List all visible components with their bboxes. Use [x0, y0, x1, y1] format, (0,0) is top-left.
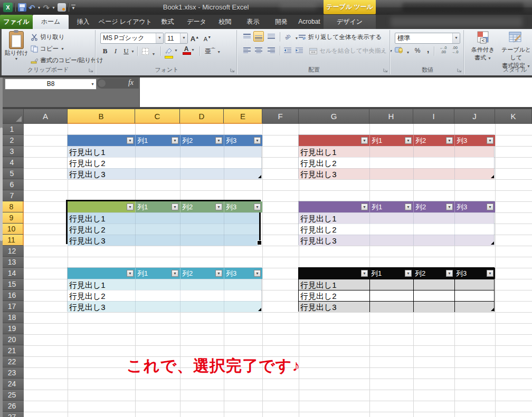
phonetic-dropdown-icon[interactable]: ▼ [217, 50, 221, 54]
row-header-2[interactable]: 2 [0, 135, 24, 146]
table-resize-handle[interactable] [491, 241, 494, 245]
excel-table-blue[interactable]: ▼列1▼列2▼列3▼行見出し1行見出し2行見出し3 [67, 134, 262, 179]
column-header-J[interactable]: J [454, 109, 495, 124]
tab-開発[interactable]: 開発 [267, 15, 296, 29]
conditional-formatting-button[interactable]: 条件付き 書式 ▼ [468, 31, 498, 68]
column-header-I[interactable]: I [413, 109, 454, 124]
filter-dropdown-icon[interactable]: ▼ [405, 137, 412, 144]
filter-dropdown-icon[interactable]: ▼ [405, 270, 412, 277]
excel-table-olive-selected[interactable]: ▼列1▼列2▼列3▼行見出し1行見出し2行見出し3 [66, 200, 261, 244]
align-left-button[interactable] [242, 46, 252, 55]
row-header-9[interactable]: 9 [0, 212, 24, 224]
row-header-24[interactable]: 24 [0, 379, 24, 390]
borders-dropdown-icon[interactable]: ▼ [151, 52, 155, 56]
insert-function-icon[interactable]: fx [128, 79, 134, 87]
print-preview-icon[interactable] [58, 3, 66, 12]
number-dialog-launcher-icon[interactable] [457, 67, 462, 73]
format-painter-button[interactable]: 書式のコピー/貼り付け [31, 56, 103, 64]
format-as-table-button[interactable]: テーブルとして 書式設定 ▼ [499, 31, 532, 68]
filter-dropdown-icon[interactable]: ▼ [361, 203, 368, 210]
copy-button[interactable]: コピー ▼ [31, 45, 64, 53]
row-header-11[interactable]: 11 [0, 235, 24, 246]
decrease-decimal-button[interactable]: .00→.0 [450, 46, 460, 54]
column-header-A[interactable]: A [24, 109, 68, 124]
align-center-button[interactable] [253, 46, 264, 55]
align-right-button[interactable] [266, 46, 277, 55]
font-name-dropdown-icon[interactable]: ▼ [156, 33, 163, 43]
accounting-format-button[interactable]: ▼ [395, 46, 410, 56]
accounting-dropdown-icon[interactable]: ▼ [406, 51, 410, 54]
filter-dropdown-icon[interactable]: ▼ [127, 270, 134, 277]
filter-dropdown-icon[interactable]: ▼ [215, 270, 222, 277]
tab-データ[interactable]: データ [182, 15, 211, 29]
filter-dropdown-icon[interactable]: ▼ [127, 137, 134, 144]
row-header-6[interactable]: 6 [0, 179, 24, 190]
filter-dropdown-icon[interactable]: ▼ [215, 137, 222, 144]
column-header-H[interactable]: H [369, 109, 413, 124]
row-header-17[interactable]: 17 [0, 301, 24, 312]
clipboard-dialog-launcher-icon[interactable] [88, 67, 94, 73]
row-header-22[interactable]: 22 [0, 356, 24, 367]
column-header-K[interactable]: K [495, 109, 532, 124]
row-header-23[interactable]: 23 [0, 367, 24, 379]
tab-挿入[interactable]: 挿入 [69, 15, 98, 29]
align-middle-button[interactable] [253, 31, 264, 42]
row-header-19[interactable]: 19 [0, 323, 24, 334]
table-resize-handle[interactable] [491, 175, 494, 178]
formula-input[interactable] [139, 77, 532, 107]
row-header-5[interactable]: 5 [0, 168, 24, 179]
fill-color-button[interactable]: ▼ [165, 46, 173, 59]
shrink-font-button[interactable]: A▼ [203, 33, 212, 42]
tab-ホーム[interactable]: ホーム [33, 15, 69, 29]
column-header-E[interactable]: E [224, 109, 262, 124]
copy-dropdown-icon[interactable]: ▼ [61, 47, 64, 51]
font-size-dropdown-icon[interactable]: ▼ [180, 33, 187, 43]
bold-button[interactable]: B [100, 46, 110, 56]
align-top-button[interactable] [242, 32, 252, 42]
left-scrollbar[interactable] [0, 77, 3, 417]
filter-dropdown-icon[interactable]: ▼ [254, 203, 261, 210]
number-format-combo[interactable]: 標準 ▼ [395, 33, 460, 44]
tab-数式[interactable]: 数式 [153, 15, 182, 29]
name-box-dropdown-icon[interactable]: ▼ [91, 79, 94, 89]
row-header-21[interactable]: 21 [0, 345, 24, 356]
tab-デザイン[interactable]: デザイン [324, 15, 376, 29]
filter-dropdown-icon[interactable]: ▼ [487, 203, 493, 210]
paste-button[interactable]: 貼り付け ▼ [4, 31, 28, 66]
row-header-7[interactable]: 7 [0, 190, 24, 201]
filter-dropdown-icon[interactable]: ▼ [487, 137, 493, 144]
row-header-12[interactable]: 12 [0, 246, 24, 257]
filter-dropdown-icon[interactable]: ▼ [172, 137, 178, 144]
orientation-dropdown-icon[interactable]: ▼ [294, 36, 298, 40]
row-header-1[interactable]: 1 [0, 124, 24, 135]
filter-dropdown-icon[interactable]: ▼ [172, 203, 178, 210]
row-header-16[interactable]: 16 [0, 290, 24, 301]
row-header-26[interactable]: 26 [0, 401, 24, 412]
select-all-corner[interactable] [0, 109, 24, 124]
column-header-D[interactable]: D [180, 109, 224, 124]
table-resize-handle[interactable] [491, 308, 494, 311]
column-header-B[interactable]: B [68, 109, 135, 124]
alignment-dialog-launcher-icon[interactable] [383, 67, 388, 73]
tab-校閲[interactable]: 校閲 [211, 15, 239, 29]
tab-ページ レイアウト[interactable]: ページ レイアウト [98, 15, 153, 29]
align-bottom-button[interactable] [266, 32, 277, 42]
font-dialog-launcher-icon[interactable] [230, 67, 235, 73]
italic-button[interactable]: I [111, 46, 120, 56]
comma-style-button[interactable]: , [423, 45, 433, 54]
fill-color-dropdown-icon[interactable]: ▼ [174, 49, 178, 52]
font-size-combo[interactable]: 11 ▼ [165, 33, 188, 44]
column-header-C[interactable]: C [135, 109, 180, 124]
paste-dropdown-icon[interactable]: ▼ [4, 57, 28, 61]
grow-font-button[interactable]: A▲ [190, 33, 200, 42]
left-scrollbar-thumb[interactable] [0, 128, 3, 241]
font-color-dropdown-icon[interactable]: ▼ [191, 48, 195, 52]
increase-indent-button[interactable] [296, 46, 304, 55]
filter-dropdown-icon[interactable]: ▼ [446, 137, 453, 144]
underline-dropdown-icon[interactable]: ▼ [131, 50, 135, 53]
excel-table-purple[interactable]: ▼列1▼列2▼列3▼行見出し1行見出し2行見出し3 [298, 201, 495, 245]
phonetic-button[interactable]: 亜亠 ▼ [205, 46, 221, 56]
table-resize-handle[interactable] [258, 308, 261, 311]
row-header-25[interactable]: 25 [0, 390, 24, 401]
borders-button[interactable]: ▼ [141, 47, 155, 57]
